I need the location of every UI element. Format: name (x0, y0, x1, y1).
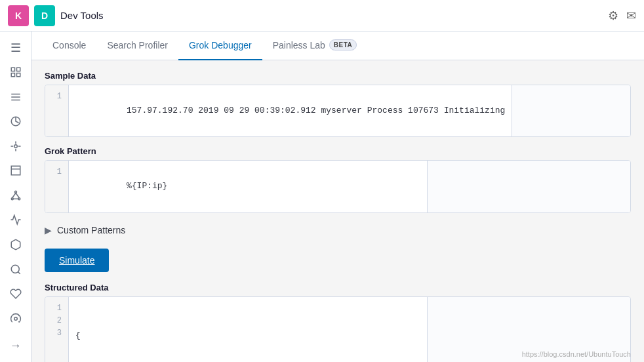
main-layout: ☰ → (0, 31, 644, 362)
sample-data-editor: 1 157.97.192.70 2019 09 29 00:39:02.912 … (45, 85, 631, 137)
grok-pattern-label: Grok Pattern (45, 146, 631, 156)
sidebar-item-devtools[interactable] (4, 258, 28, 281)
tab-painless-lab[interactable]: Painless Lab BETA (262, 31, 368, 60)
structured-data-label: Structured Data (45, 283, 631, 292)
sample-data-gutter: 1 (45, 85, 69, 136)
sidebar-item-apm[interactable] (4, 209, 28, 231)
custom-patterns-label: Custom Patterns (57, 225, 125, 235)
page-title: Dev Tools (60, 10, 603, 21)
grok-pattern-content[interactable]: %{IP:ip} (69, 161, 427, 212)
svg-rect-2 (11, 73, 14, 77)
content-area: Console Search Profiler Grok Debugger Pa… (31, 31, 644, 362)
sidebar-item-home[interactable] (4, 62, 28, 84)
sample-data-content[interactable]: 157.97.192.70 2019 09 29 00:39:02.912 my… (69, 85, 512, 136)
topbar: K D Dev Tools ⚙ ✉ (0, 0, 644, 31)
sidebar: ☰ → (0, 31, 31, 362)
sidebar-item-canvas[interactable] (4, 160, 28, 182)
sidebar-item-visualize[interactable] (4, 111, 28, 133)
svg-point-8 (14, 191, 16, 193)
simulate-button[interactable]: Simulate (45, 249, 109, 272)
sidebar-item-menu[interactable]: ☰ (4, 37, 28, 59)
svg-line-11 (12, 193, 15, 198)
settings-icon[interactable]: ⚙ (608, 9, 618, 23)
svg-point-5 (14, 145, 17, 148)
svg-rect-0 (11, 68, 14, 71)
beta-badge: BETA (329, 39, 357, 50)
svg-marker-6 (11, 167, 20, 176)
tab-console[interactable]: Console (42, 31, 96, 60)
svg-line-12 (16, 193, 19, 198)
structured-line-1: { (75, 329, 420, 343)
sidebar-item-monitoring[interactable] (4, 283, 28, 305)
sidebar-item-ml[interactable] (4, 184, 28, 207)
tab-grok-debugger[interactable]: Grok Debugger (178, 31, 262, 60)
sidebar-item-discover[interactable] (4, 86, 28, 108)
svg-line-15 (18, 272, 20, 273)
chevron-right-icon: ▶ (45, 225, 52, 235)
sidebar-item-dashboard[interactable] (4, 135, 28, 157)
sidebar-item-collapse[interactable]: → (4, 334, 28, 357)
app-icon: D (34, 5, 55, 26)
main-panel: Sample Data 1 157.97.192.70 2019 09 29 0… (31, 60, 644, 362)
custom-patterns-row[interactable]: ▶ Custom Patterns (45, 222, 631, 238)
sidebar-item-uptime[interactable] (4, 233, 28, 256)
svg-rect-1 (16, 68, 20, 71)
watermark: https://blog.csdn.net/UbuntuTouch (522, 350, 631, 358)
sample-data-right-panel (512, 85, 631, 136)
structured-data-gutter: 1 2 3 (45, 297, 69, 362)
svg-point-16 (14, 317, 17, 320)
tab-nav: Console Search Profiler Grok Debugger Pa… (31, 31, 644, 60)
topbar-actions: ⚙ ✉ (608, 9, 636, 23)
grok-pattern-gutter: 1 (45, 161, 69, 212)
sidebar-item-settings2[interactable] (4, 308, 28, 330)
mail-icon[interactable]: ✉ (626, 9, 636, 23)
grok-pattern-editor: 1 %{IP:ip} (45, 160, 631, 212)
kibana-logo: K (8, 5, 29, 26)
svg-rect-3 (16, 73, 20, 77)
tab-search-profiler[interactable]: Search Profiler (96, 31, 178, 60)
structured-data-content: { "ip": "157.97.192.70" } (69, 297, 427, 362)
sample-data-label: Sample Data (45, 71, 631, 81)
svg-point-14 (11, 265, 19, 273)
grok-pattern-right-panel (427, 161, 630, 212)
